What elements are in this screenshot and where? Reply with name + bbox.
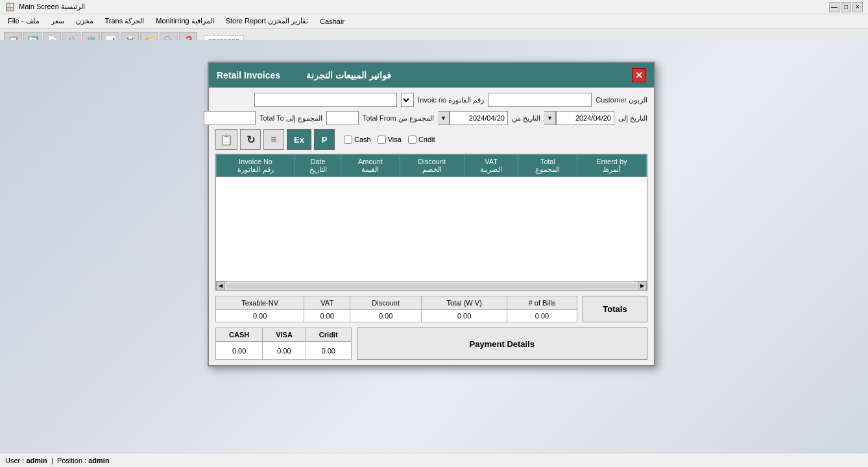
- cridit-checkbox[interactable]: [408, 136, 416, 144]
- invoice-dropdown[interactable]: [401, 93, 414, 107]
- filter-checkboxes: Cash Visa Cridit: [344, 136, 435, 144]
- date-from-input[interactable]: [450, 111, 508, 125]
- list-button[interactable]: ≡: [263, 129, 284, 150]
- menu-price[interactable]: سعر: [46, 16, 69, 27]
- modal-body: الزبون Customer رقم الفاتورة Invoic no ا…: [209, 88, 654, 365]
- payment-section: CASH VISA Cridit 0.00 0.00 0.00 Payment …: [215, 328, 647, 360]
- total-to-input[interactable]: [204, 111, 256, 125]
- invoice-no-input[interactable]: [254, 93, 397, 107]
- total-from-input[interactable]: [326, 111, 359, 125]
- totals-val-vat: 0.00: [304, 310, 350, 322]
- menu-trans[interactable]: Trans الحركة: [100, 16, 150, 27]
- totals-col-discount: Discount: [350, 296, 422, 310]
- visa-label: Visa: [388, 136, 402, 143]
- totals-val-taxable: 0.00: [216, 310, 304, 322]
- totals-val-bills: 0.00: [507, 310, 577, 322]
- ex-button[interactable]: Ex: [287, 129, 311, 150]
- cash-checkbox-item[interactable]: Cash: [344, 136, 371, 144]
- menu-file[interactable]: File - ملف: [3, 16, 45, 27]
- modal-close-button[interactable]: ✕: [632, 68, 646, 82]
- col-enterd-by: Enterd byأنمرظ: [577, 155, 647, 177]
- invoice-no-label: رقم الفاتورة Invoic no: [418, 96, 484, 104]
- payment-val-cash: 0.00: [216, 342, 263, 360]
- total-to-label: المجموع إلى Total To: [259, 114, 322, 123]
- visa-checkbox[interactable]: [378, 136, 386, 144]
- totals-button[interactable]: Totals: [583, 296, 647, 322]
- totals-val-total-wv: 0.00: [422, 310, 507, 322]
- modal-title-ar: فواتير المبيعات التجرنة: [306, 70, 391, 80]
- col-invoice-no: Invoice Noرقم الفاتورة: [217, 155, 295, 177]
- col-vat: VATالضريبة: [464, 155, 518, 177]
- horizontal-scrollbar[interactable]: ◀ ▶: [216, 281, 647, 290]
- form-row-2: التاريخ إلى ▼ التاريخ من ▼ المجموع من To…: [215, 111, 647, 125]
- action-row: 📋 ↻ ≡ Ex P Cash Visa Cridit: [215, 129, 647, 150]
- window-title: Main Screen الرئيسية: [19, 3, 85, 11]
- user-label: User :: [5, 457, 24, 464]
- menu-store-report[interactable]: Store Report تقارير المخزن: [221, 16, 313, 27]
- date-to-button[interactable]: ▼: [544, 111, 556, 125]
- title-bar-controls: — □ ×: [829, 2, 863, 12]
- scroll-track[interactable]: [226, 283, 636, 289]
- menu-monitoring[interactable]: Monitirring المراقبة: [151, 16, 219, 27]
- modal-dialog: Retail Invoices فواتير المبيعات التجرنة …: [208, 62, 655, 366]
- col-amount: Amountالقيمة: [341, 155, 400, 177]
- form-row-1: الزبون Customer رقم الفاتورة Invoic no: [215, 93, 647, 107]
- visa-checkbox-item[interactable]: Visa: [378, 136, 402, 144]
- totals-val-discount: 0.00: [350, 310, 422, 322]
- totals-table: Texable-NV VAT Discount Total (W V) # of…: [215, 296, 577, 322]
- title-bar: 🪟 Main Screen الرئيسية — □ ×: [0, 0, 868, 14]
- col-total: Totalالمجموع: [518, 155, 577, 177]
- modal-header: Retail Invoices فواتير المبيعات التجرنة …: [209, 63, 654, 88]
- position-label: Position :: [57, 457, 86, 464]
- payment-table: CASH VISA Cridit 0.00 0.00 0.00: [215, 328, 352, 360]
- totals-col-taxable: Texable-NV: [216, 296, 304, 310]
- print-button[interactable]: P: [314, 129, 335, 150]
- col-discount: Discountالخصم: [400, 155, 464, 177]
- payment-val-cridit: 0.00: [306, 342, 351, 360]
- customer-label: الزبون Customer: [596, 96, 647, 104]
- date-to-input[interactable]: [556, 111, 614, 125]
- payment-val-visa: 0.00: [263, 342, 306, 360]
- modal-title: Retail Invoices فواتير المبيعات التجرنة: [217, 70, 391, 80]
- close-window-button[interactable]: ×: [852, 2, 863, 12]
- totals-col-bills: # of Bills: [507, 296, 577, 310]
- menu-bar: File - ملف سعر مخزن Trans الحركة Monitir…: [0, 14, 868, 29]
- minimize-button[interactable]: —: [829, 2, 839, 12]
- date-from-label: التاريخ من: [512, 114, 540, 123]
- totals-col-vat: VAT: [304, 296, 350, 310]
- col-date: Dateالتاريخ: [295, 155, 341, 177]
- maximize-button[interactable]: □: [841, 2, 851, 12]
- totals-section: Texable-NV VAT Discount Total (W V) # of…: [215, 296, 647, 322]
- totals-col-total-wv: Total (W V): [422, 296, 507, 310]
- new-button[interactable]: 📋: [215, 129, 237, 150]
- cridit-label: Cridit: [418, 136, 435, 143]
- date-from-button[interactable]: ▼: [438, 111, 450, 125]
- scroll-left[interactable]: ◀: [216, 281, 225, 291]
- date-to-wrap: ▼: [544, 111, 614, 125]
- data-table-wrap: Invoice Noرقم الفاتورة Dateالتاريخ Amoun…: [215, 154, 647, 291]
- cash-checkbox[interactable]: [344, 136, 352, 144]
- payment-details-button[interactable]: Payment Details: [357, 328, 647, 360]
- modal-title-en: Retail Invoices: [217, 70, 280, 80]
- cridit-checkbox-item[interactable]: Cridit: [408, 136, 435, 144]
- table-body-area: [216, 177, 647, 281]
- position-value: admin: [88, 457, 109, 464]
- menu-store[interactable]: مخزن: [71, 16, 99, 27]
- payment-col-cridit: Cridit: [306, 328, 351, 342]
- status-bar: User : admin | Position : admin: [0, 453, 868, 467]
- status-user: User : admin | Position : admin: [5, 457, 110, 464]
- customer-input[interactable]: [488, 93, 592, 107]
- payment-col-cash: CASH: [216, 328, 263, 342]
- cash-label: Cash: [354, 136, 371, 143]
- date-to-label: التاريخ إلى: [618, 114, 647, 123]
- user-value: admin: [26, 457, 47, 464]
- date-from-wrap: ▼: [438, 111, 508, 125]
- menu-cashair[interactable]: Cashair: [315, 16, 350, 27]
- data-table: Invoice Noرقم الفاتورة Dateالتاريخ Amoun…: [216, 154, 647, 177]
- refresh-button[interactable]: ↻: [240, 129, 261, 150]
- scroll-right[interactable]: ▶: [638, 281, 647, 291]
- payment-col-visa: VISA: [263, 328, 306, 342]
- total-from-label: المجموع من Total From: [363, 114, 434, 123]
